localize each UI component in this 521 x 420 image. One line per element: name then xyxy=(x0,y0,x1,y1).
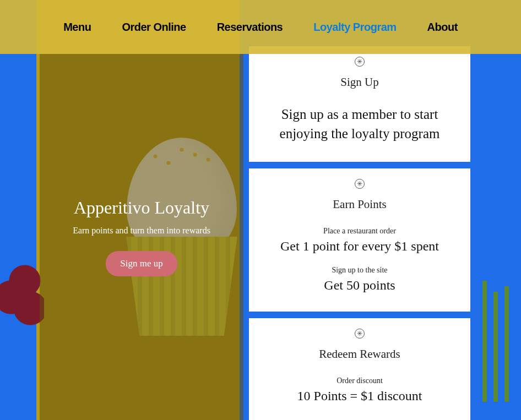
nav-loyalty-program[interactable]: Loyalty Program xyxy=(313,21,396,34)
card-sign-up: ✳ Sign Up Sign up as a member to start e… xyxy=(249,46,470,162)
asterisk-icon: ✳ xyxy=(355,329,365,339)
top-nav: Menu Order Online Reservations Loyalty P… xyxy=(0,0,521,54)
nav-reservations[interactable]: Reservations xyxy=(217,21,283,34)
card-earn-points: ✳ Earn Points Place a restaurant order G… xyxy=(249,168,470,312)
rule-value: Get 1 point for every $1 spent xyxy=(262,239,457,254)
nav-order-online[interactable]: Order Online xyxy=(122,21,186,34)
nav-menu[interactable]: Menu xyxy=(63,21,91,34)
loyalty-hero-panel: Apperitivo Loyalty Earn points and turn … xyxy=(40,54,243,420)
asterisk-icon: ✳ xyxy=(355,57,365,67)
rule-value: 10 Points = $1 discount xyxy=(262,389,457,403)
rule-label: Order discount xyxy=(262,377,457,385)
hero-title: Apperitivo Loyalty xyxy=(74,198,209,218)
card-title: Sign Up xyxy=(262,75,457,89)
card-title: Redeem Rewards xyxy=(262,347,457,361)
card-description: Sign up as a member to start enjoying th… xyxy=(262,105,457,143)
hero-subtitle: Earn points and turn them into rewards xyxy=(73,226,210,236)
card-redeem-rewards: ✳ Redeem Rewards Order discount 10 Point… xyxy=(249,318,470,420)
nav-about[interactable]: About xyxy=(427,21,458,34)
asterisk-icon: ✳ xyxy=(355,179,365,189)
sign-me-up-button[interactable]: Sign me up xyxy=(106,251,177,276)
rule-value: Get 50 points xyxy=(262,278,457,293)
rule-label: Place a restaurant order xyxy=(262,227,457,236)
rule-label: Sign up to the site xyxy=(262,266,457,275)
card-title: Earn Points xyxy=(262,198,457,211)
loyalty-cards-column: ✳ Sign Up Sign up as a member to start e… xyxy=(249,46,470,420)
